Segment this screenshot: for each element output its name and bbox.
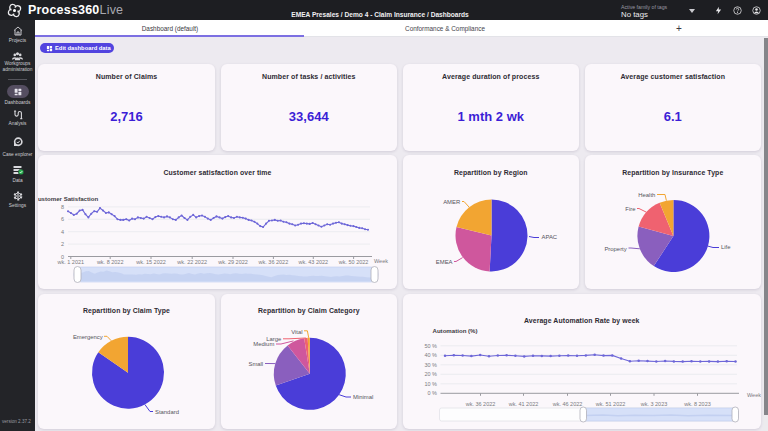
svg-text:Large: Large [266, 336, 282, 342]
svg-text:2: 2 [61, 241, 64, 247]
svg-text:APAC: APAC [541, 234, 557, 240]
svg-text:wk. 51 2022: wk. 51 2022 [594, 401, 625, 407]
svg-text:wk. 41 2022: wk. 41 2022 [507, 401, 538, 407]
svg-text:wk. 8 2023: wk. 8 2023 [683, 401, 711, 407]
svg-text:30 %: 30 % [424, 362, 437, 368]
svg-text:8: 8 [61, 204, 64, 210]
svg-text:Standard: Standard [155, 409, 179, 415]
svg-text:wk. 8 2022: wk. 8 2022 [96, 259, 124, 265]
svg-text:EMEA: EMEA [435, 259, 452, 265]
svg-text:4: 4 [61, 229, 64, 235]
svg-text:AMER: AMER [443, 199, 460, 205]
svg-text:Medium: Medium [253, 341, 274, 347]
svg-text:Vital: Vital [291, 329, 302, 335]
svg-text:wk. 36 2022: wk. 36 2022 [258, 259, 289, 265]
svg-text:Small: Small [248, 361, 263, 367]
svg-text:40 %: 40 % [424, 352, 437, 358]
svg-text:Minimal: Minimal [353, 394, 373, 400]
svg-text:Health: Health [638, 192, 655, 198]
svg-text:wk. 1 2021: wk. 1 2021 [56, 259, 84, 265]
svg-text:50 %: 50 % [424, 343, 437, 349]
svg-text:Life: Life [721, 244, 731, 250]
svg-text:Week: Week [374, 258, 388, 264]
svg-text:Fire: Fire [625, 206, 636, 212]
svg-text:wk. 15 2022: wk. 15 2022 [135, 259, 166, 265]
svg-text:wk. 22 2022: wk. 22 2022 [176, 259, 207, 265]
svg-text:0 %: 0 % [427, 390, 437, 396]
svg-text:wk. 50 2022: wk. 50 2022 [338, 259, 369, 265]
svg-text:wk. 46 2022: wk. 46 2022 [551, 401, 582, 407]
svg-text:wk. 36 2022: wk. 36 2022 [464, 401, 495, 407]
svg-text:Emergency: Emergency [73, 334, 103, 340]
svg-text:wk. 29 2022: wk. 29 2022 [217, 259, 248, 265]
svg-text:wk. 43 2022: wk. 43 2022 [297, 259, 328, 265]
svg-text:Week: Week [747, 392, 761, 398]
svg-text:10 %: 10 % [424, 381, 437, 387]
svg-text:Property: Property [604, 246, 626, 252]
svg-text:wk. 3 2023: wk. 3 2023 [639, 401, 667, 407]
svg-text:6: 6 [61, 216, 64, 222]
svg-text:20 %: 20 % [424, 371, 437, 377]
